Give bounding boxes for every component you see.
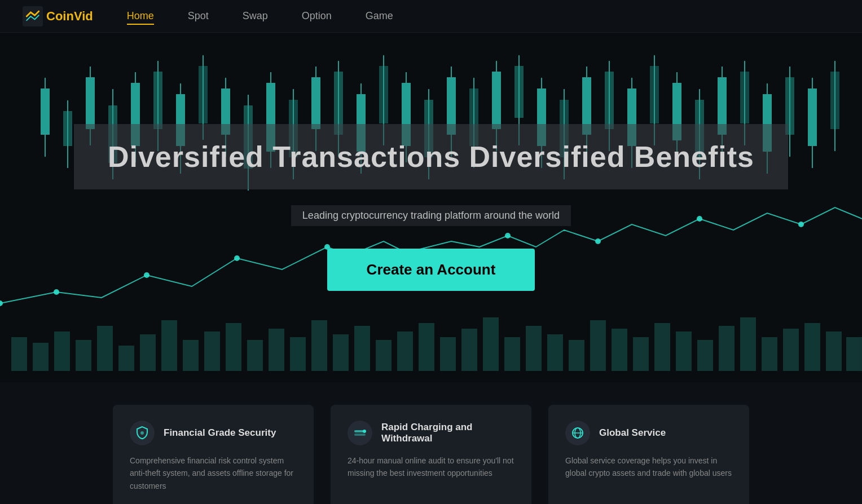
svg-rect-95 <box>247 340 263 371</box>
svg-point-83 <box>798 222 804 227</box>
svg-point-127 <box>363 430 366 433</box>
svg-rect-13 <box>154 72 162 129</box>
logo[interactable]: CoinVid <box>23 6 93 26</box>
svg-rect-101 <box>376 340 392 371</box>
feature-card-header-global: Global Service <box>565 421 732 445</box>
svg-point-75 <box>54 289 59 295</box>
svg-rect-122 <box>826 331 842 371</box>
svg-rect-94 <box>226 323 241 371</box>
svg-rect-105 <box>461 329 477 371</box>
svg-rect-5 <box>64 112 72 145</box>
global-icon <box>565 421 590 445</box>
svg-rect-0 <box>23 6 43 26</box>
feature-title-security: Financial Grade Security <box>164 427 276 439</box>
features-section: Financial Grade Security Comprehensive f… <box>0 382 862 504</box>
svg-rect-119 <box>762 337 777 371</box>
svg-rect-85 <box>33 343 49 371</box>
svg-rect-114 <box>654 323 670 371</box>
security-icon <box>130 421 155 445</box>
svg-rect-84 <box>11 337 27 371</box>
nav-item-option[interactable]: Option <box>302 10 332 22</box>
hero-section: Diversified Transactions Diversified Ben… <box>0 33 862 382</box>
svg-rect-3 <box>41 89 49 134</box>
features-grid: Financial Grade Security Comprehensive f… <box>113 405 749 504</box>
svg-rect-109 <box>547 334 563 371</box>
svg-rect-7 <box>86 78 94 129</box>
svg-rect-106 <box>483 317 499 371</box>
feature-desc-withdrawal: 24-hour manual online audit to ensure yo… <box>348 454 514 480</box>
create-account-button[interactable]: Create an Account <box>327 249 535 291</box>
hero-subtitle: Leading cryptocurrency trading platform … <box>302 210 560 222</box>
hero-content: Diversified Transactions Diversified Ben… <box>74 124 788 291</box>
svg-rect-27 <box>312 78 320 129</box>
svg-rect-112 <box>612 329 627 371</box>
svg-rect-121 <box>804 323 820 371</box>
navbar: CoinVid Home Spot Swap Option Game <box>0 0 862 33</box>
svg-rect-73 <box>831 72 839 129</box>
feature-title-withdrawal: Rapid Charging and Withdrawal <box>381 422 514 444</box>
svg-rect-103 <box>419 323 434 371</box>
logo-text: CoinVid <box>46 9 93 24</box>
svg-point-124 <box>140 431 144 435</box>
feature-card-withdrawal: Rapid Charging and Withdrawal 24-hour ma… <box>331 405 531 504</box>
svg-rect-45 <box>515 67 523 117</box>
svg-rect-120 <box>783 329 799 371</box>
feature-title-global: Global Service <box>599 427 666 439</box>
withdrawal-icon <box>348 421 372 445</box>
svg-rect-110 <box>569 340 584 371</box>
svg-rect-100 <box>354 326 370 371</box>
feature-card-global: Global Service Global service coverage h… <box>548 405 749 504</box>
nav-item-game[interactable]: Game <box>366 10 393 22</box>
hero-subtitle-box: Leading cryptocurrency trading platform … <box>291 205 571 226</box>
svg-rect-117 <box>719 326 735 371</box>
svg-rect-90 <box>140 334 156 371</box>
svg-rect-87 <box>76 340 91 371</box>
svg-rect-115 <box>676 331 692 371</box>
svg-rect-111 <box>590 320 606 371</box>
nav-item-spot[interactable]: Spot <box>188 10 209 22</box>
nav-menu: Home Spot Swap Option Game <box>127 10 393 22</box>
svg-rect-108 <box>526 326 542 371</box>
svg-rect-126 <box>354 434 366 436</box>
svg-rect-113 <box>633 337 649 371</box>
svg-rect-33 <box>380 67 388 123</box>
svg-rect-99 <box>333 334 349 371</box>
svg-rect-71 <box>808 89 816 145</box>
feature-card-security: Financial Grade Security Comprehensive f… <box>113 405 314 504</box>
svg-rect-86 <box>54 331 70 371</box>
feature-desc-security: Comprehensive financial risk control sys… <box>130 454 297 492</box>
svg-rect-107 <box>504 337 520 371</box>
feature-card-header-withdrawal: Rapid Charging and Withdrawal <box>348 421 514 445</box>
hero-title-box: Diversified Transactions Diversified Ben… <box>74 124 788 189</box>
hero-title: Diversified Transactions Diversified Ben… <box>108 140 754 174</box>
feature-desc-global: Global service coverage helps you invest… <box>565 454 732 480</box>
svg-rect-89 <box>118 346 134 371</box>
svg-rect-116 <box>697 340 713 371</box>
svg-rect-88 <box>97 326 113 371</box>
svg-rect-91 <box>161 320 177 371</box>
svg-rect-57 <box>650 67 658 123</box>
svg-rect-65 <box>741 72 749 123</box>
svg-rect-53 <box>605 72 613 129</box>
svg-rect-97 <box>290 337 306 371</box>
svg-rect-93 <box>204 331 220 371</box>
svg-rect-17 <box>199 67 207 123</box>
feature-card-header-security: Financial Grade Security <box>130 421 297 445</box>
svg-rect-92 <box>183 340 199 371</box>
nav-item-swap[interactable]: Swap <box>243 10 268 22</box>
svg-rect-123 <box>846 337 862 371</box>
svg-rect-98 <box>311 320 327 371</box>
svg-rect-104 <box>440 337 456 371</box>
svg-rect-43 <box>492 72 500 129</box>
nav-item-home[interactable]: Home <box>127 10 154 22</box>
svg-rect-118 <box>740 317 756 371</box>
svg-rect-96 <box>269 329 284 371</box>
svg-rect-102 <box>397 331 413 371</box>
